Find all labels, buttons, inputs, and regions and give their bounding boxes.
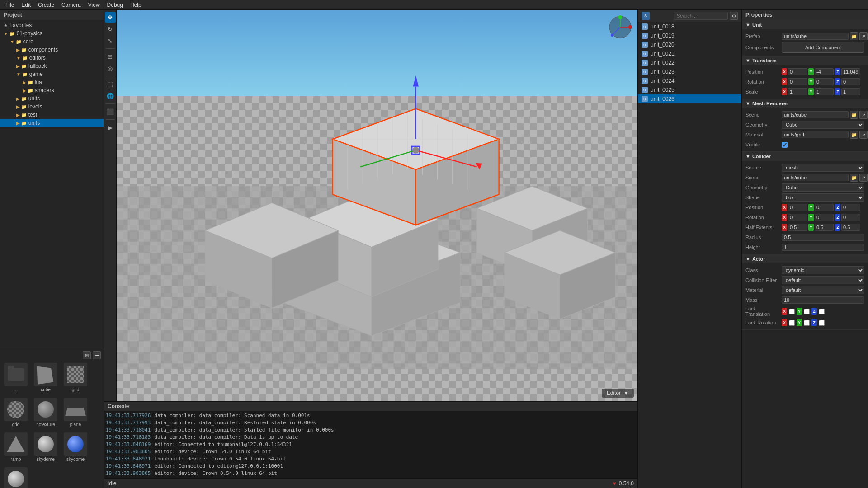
menu-view[interactable]: View [85,1,104,9]
tree-item-fallback[interactable]: ▶ 📁fallback [0,62,104,70]
mr-material-link-icon[interactable]: ↗ [859,131,868,139]
prefab-input[interactable] [782,33,849,40]
tree-item-levels[interactable]: ▶ 📁levels [0,103,104,111]
lock-trans-y-check[interactable] [804,309,810,314]
editor-mode-btn[interactable]: Editor ▼ [602,389,634,398]
tree-item-shaders[interactable]: ▶ 📁shaders [0,86,104,94]
pos-y-input[interactable] [815,68,834,75]
scene-item-unit_0023[interactable]: Uunit_0023 [638,67,741,76]
camera-speed-btn[interactable]: ⬛ [105,106,116,117]
rotate-tool-btn[interactable]: ↻ [105,23,116,34]
asset-item-blank[interactable]: ... [2,361,30,394]
mr-material-input[interactable] [782,131,849,138]
scale-tool-btn[interactable]: ⤡ [105,35,116,46]
col-scene-link-icon[interactable]: ↗ [859,174,868,182]
tree-item-units[interactable]: ▶ 📁units [0,94,104,103]
scene-item-unit_0019[interactable]: Uunit_0019 [638,31,741,40]
angle-snap-btn[interactable]: ◎ [105,63,116,74]
col-pos-x-input[interactable] [788,204,807,211]
mr-visible-checkbox[interactable] [782,142,788,148]
transform-section-header[interactable]: ▼ Transform [742,56,868,65]
unit-section-header[interactable]: ▼ Unit [742,20,868,29]
collider-section-header[interactable]: ▼ Collider [742,152,868,161]
col-scene-input[interactable] [782,174,849,181]
local-space-btn[interactable]: ⬚ [105,79,116,89]
prefab-link-icon[interactable]: ↗ [859,32,868,40]
mr-scene-input[interactable] [782,111,849,118]
move-tool-btn[interactable]: ✥ [105,12,116,23]
tree-item-editors[interactable]: ▼ 📁editors [0,54,104,62]
menu-create[interactable]: Create [34,1,58,9]
scene-item-unit_0025[interactable]: Uunit_0025 [638,85,741,94]
scene-item-unit_0018[interactable]: Uunit_0018 [638,22,741,31]
pos-x-input[interactable] [788,68,807,75]
actor-section-header[interactable]: ▼ Actor [742,254,868,263]
asset-item-skydome1[interactable]: skydome [32,431,60,464]
tree-item-01-physics[interactable]: ▼ 📁01-physics [0,29,104,38]
col-half-z-input[interactable] [841,224,860,231]
viewport[interactable]: Editor ▼ [117,10,637,401]
rot-z-input[interactable] [841,78,860,85]
col-half-y-input[interactable] [815,224,834,231]
grid-view-icon[interactable]: ⊞ [83,351,91,359]
menu-edit[interactable]: Edit [18,1,34,9]
mr-material-folder-icon[interactable]: 📁 [850,131,858,139]
col-scene-folder-icon[interactable]: 📁 [850,174,858,182]
menu-help[interactable]: Help [127,1,145,9]
menu-debug[interactable]: Debug [104,1,127,9]
col-geometry-select[interactable]: Cube [782,183,864,192]
asset-item-notexture[interactable]: notexture [32,396,60,429]
asset-item-ramp[interactable]: ramp [2,431,30,464]
asset-item-plane[interactable]: plane [61,396,90,429]
asset-item-skydome2[interactable]: skydome [61,431,90,464]
col-half-x-input[interactable] [788,224,807,231]
asset-item-grid[interactable]: grid [61,361,90,394]
actor-class-select[interactable]: dynamic [782,266,864,274]
scale-z-input[interactable] [841,88,860,95]
world-space-btn[interactable]: 🌐 [105,90,116,101]
mr-scene-folder-icon[interactable]: 📁 [850,111,858,119]
tree-item-lua[interactable]: ▶ 📁lua [0,78,104,86]
scene-search-input[interactable] [674,12,728,20]
scale-x-input[interactable] [788,88,807,95]
scene-item-unit_0024[interactable]: Uunit_0024 [638,76,741,85]
actor-collision-select[interactable]: default [782,276,864,284]
rot-y-input[interactable] [815,78,834,85]
asset-item-sphere[interactable]: sphere [2,465,30,488]
col-rot-z-input[interactable] [841,214,860,221]
scene-item-unit_0026[interactable]: Uunit_0026 [638,94,741,103]
prefab-folder-icon[interactable]: 📁 [850,32,858,40]
scene-settings-icon[interactable]: ⚙ [730,12,738,20]
asset-item-cube[interactable]: cube [32,361,60,394]
tree-item-test[interactable]: ▶ 📁test [0,111,104,119]
scene-item-unit_0022[interactable]: Uunit_0022 [638,58,741,67]
mesh-renderer-header[interactable]: ▼ Mesh Renderer [742,99,868,108]
rot-x-input[interactable] [788,78,807,85]
tree-item-units2[interactable]: ▶ 📁units [0,119,104,127]
tree-item-core[interactable]: ▼ 📁core [0,38,104,46]
col-radius-input[interactable] [782,234,864,241]
col-pos-y-input[interactable] [815,204,834,211]
col-shape-select[interactable]: box [782,193,864,202]
lock-trans-z-check[interactable] [819,309,825,314]
scene-item-unit_0021[interactable]: Uunit_0021 [638,49,741,58]
actor-mass-input[interactable] [782,296,864,304]
scale-y-input[interactable] [815,88,834,95]
asset-item-grid2[interactable]: grid [2,396,30,429]
lock-trans-x-check[interactable] [789,309,795,314]
lock-rot-y-check[interactable] [804,320,810,326]
play-btn[interactable]: ▶ [105,122,116,133]
tree-item-favorites[interactable]: ★Favorites [0,21,104,29]
menu-camera[interactable]: Camera [58,1,85,9]
col-height-input[interactable] [782,244,864,251]
scene-item-unit_0020[interactable]: Uunit_0020 [638,40,741,49]
grid-snap-btn[interactable]: ⊞ [105,51,116,62]
actor-material-select[interactable]: default [782,286,864,294]
add-component-button[interactable]: Add Component [782,42,864,53]
mr-geometry-select[interactable]: Cube [782,121,864,129]
list-view-icon[interactable]: ☰ [93,351,101,359]
col-pos-z-input[interactable] [841,204,860,211]
pos-z-input[interactable] [841,68,860,75]
tree-item-game[interactable]: ▼ 📁game [0,70,104,78]
lock-rot-x-check[interactable] [789,320,795,326]
